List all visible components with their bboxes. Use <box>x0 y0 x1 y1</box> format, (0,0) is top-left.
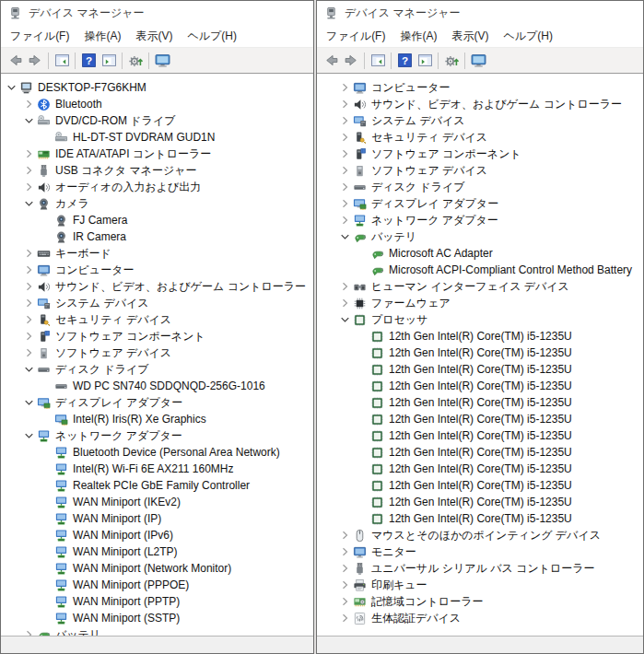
tree-item[interactable]: FJ Camera <box>1 212 313 228</box>
expander-collapsed-icon[interactable] <box>337 611 353 625</box>
tree-item[interactable]: WAN Miniport (PPPOE) <box>1 577 313 593</box>
tree-item[interactable]: セキュリティ デバイス <box>1 311 313 328</box>
menu-item-help[interactable]: ヘルプ(H) <box>496 26 560 47</box>
expander-expanded-icon[interactable] <box>4 80 19 95</box>
tree-item[interactable]: モニター <box>317 543 643 560</box>
tree-item[interactable]: ディスク ドライブ <box>317 179 643 195</box>
tree-item[interactable]: Realtek PCIe GbE Family Controller <box>1 477 313 494</box>
tree-item[interactable]: 12th Gen Intel(R) Core(TM) i5-1235U <box>317 427 643 444</box>
tree-item[interactable]: ディスク ドライブ <box>1 361 313 378</box>
tree-item[interactable]: WD PC SN740 SDDQNQD-256G-1016 <box>1 378 313 394</box>
tree-item[interactable]: 12th Gen Intel(R) Core(TM) i5-1235U <box>317 461 643 477</box>
expander-collapsed-icon[interactable] <box>337 180 353 194</box>
tree-item[interactable]: キーボード <box>1 245 313 262</box>
show-action-pane-button[interactable] <box>415 51 435 71</box>
tree-item[interactable]: ユニバーサル シリアル バス コントローラー <box>317 560 643 577</box>
tree-item[interactable]: Intel(R) Wi-Fi 6E AX211 160MHz <box>1 461 313 477</box>
show-action-pane-button[interactable] <box>99 51 119 71</box>
tree-item[interactable]: 12th Gen Intel(R) Core(TM) i5-1235U <box>317 444 643 461</box>
menu-item-view[interactable]: 表示(V) <box>128 26 180 47</box>
tree-item[interactable]: 12th Gen Intel(R) Core(TM) i5-1235U <box>317 494 643 510</box>
title-bar[interactable]: デバイス マネージャー <box>317 1 643 26</box>
computer-view-button[interactable] <box>152 51 172 71</box>
tree-item[interactable]: WAN Miniport (PPTP) <box>1 593 313 610</box>
menu-item-view[interactable]: 表示(V) <box>444 26 496 47</box>
tree-item[interactable]: ネットワーク アダプター <box>1 427 313 444</box>
tree-item[interactable]: ソフトウェア デバイス <box>317 162 643 179</box>
forward-button[interactable] <box>341 51 361 71</box>
menu-item-file[interactable]: ファイル(F) <box>3 26 76 47</box>
tree-item[interactable]: 12th Gen Intel(R) Core(TM) i5-1235U <box>317 345 643 361</box>
expander-collapsed-icon[interactable] <box>21 97 37 111</box>
tree-item[interactable]: ファームウェア <box>317 295 643 311</box>
expander-collapsed-icon[interactable] <box>21 246 37 261</box>
tree-item[interactable]: カメラ <box>1 195 313 212</box>
expander-collapsed-icon[interactable] <box>21 329 37 344</box>
menu-item-file[interactable]: ファイル(F) <box>319 26 392 47</box>
menu-item-action[interactable]: 操作(A) <box>76 26 128 47</box>
tree-item[interactable]: コンピューター <box>317 79 643 96</box>
tree-item[interactable]: ネットワーク アダプター <box>317 212 643 228</box>
tree-item[interactable]: 印刷キュー <box>317 577 643 593</box>
tree-item[interactable]: バッテリ <box>1 626 313 636</box>
expander-collapsed-icon[interactable] <box>21 163 37 178</box>
tree-item[interactable]: USB コネクタ マネージャー <box>1 162 313 179</box>
tree-item[interactable]: プロセッサ <box>317 311 643 328</box>
expander-collapsed-icon[interactable] <box>21 296 37 310</box>
help-button[interactable]: ? <box>78 51 99 71</box>
tree-item[interactable]: コンピューター <box>1 262 313 278</box>
title-bar[interactable]: デバイス マネージャー <box>1 1 313 26</box>
expander-collapsed-icon[interactable] <box>337 296 353 310</box>
forward-button[interactable] <box>25 51 45 71</box>
expander-collapsed-icon[interactable] <box>337 97 353 111</box>
tree-item[interactable]: 12th Gen Intel(R) Core(TM) i5-1235U <box>317 328 643 345</box>
expander-collapsed-icon[interactable] <box>21 312 37 327</box>
expander-collapsed-icon[interactable] <box>21 627 37 636</box>
expander-collapsed-icon[interactable] <box>337 113 353 128</box>
tree-item[interactable]: WAN Miniport (SSTP) <box>1 610 313 626</box>
tree-item[interactable]: ディスプレイ アダプター <box>317 195 643 212</box>
expander-collapsed-icon[interactable] <box>337 213 353 228</box>
tree-item[interactable]: DESKTOP-F7G6KHM <box>1 79 313 96</box>
expander-expanded-icon[interactable] <box>21 113 37 128</box>
expander-collapsed-icon[interactable] <box>21 146 37 161</box>
tree-item[interactable]: セキュリティ デバイス <box>317 129 643 146</box>
tree-item[interactable]: WAN Miniport (IKEv2) <box>1 494 313 510</box>
tree-item[interactable]: IDE ATA/ATAPI コントローラー <box>1 146 313 162</box>
expander-collapsed-icon[interactable] <box>21 345 37 360</box>
tree-item[interactable]: サウンド、ビデオ、およびゲーム コントローラー <box>317 96 643 112</box>
tree-item[interactable]: マウスとそのほかのポインティング デバイス <box>317 527 643 543</box>
tree-item[interactable]: 12th Gen Intel(R) Core(TM) i5-1235U <box>317 477 643 494</box>
tree-item[interactable]: IR Camera <box>1 228 313 245</box>
expander-collapsed-icon[interactable] <box>337 196 353 211</box>
tree-item[interactable]: システム デバイス <box>1 295 313 311</box>
tree-item[interactable]: Intel(R) Iris(R) Xe Graphics <box>1 411 313 427</box>
expander-expanded-icon[interactable] <box>337 312 353 327</box>
expander-expanded-icon[interactable] <box>21 196 37 211</box>
tree-item[interactable]: ソフトウェア デバイス <box>1 345 313 361</box>
tree-item[interactable]: DVD/CD-ROM ドライブ <box>1 112 313 129</box>
menu-item-help[interactable]: ヘルプ(H) <box>180 26 244 47</box>
tree-item[interactable]: システム デバイス <box>317 112 643 129</box>
expander-collapsed-icon[interactable] <box>337 130 353 145</box>
expander-collapsed-icon[interactable] <box>337 544 353 559</box>
tree-item[interactable]: Microsoft AC Adapter <box>317 245 643 262</box>
back-button[interactable] <box>5 51 25 71</box>
menu-item-action[interactable]: 操作(A) <box>392 26 444 47</box>
scan-hardware-changes-button[interactable] <box>125 51 146 71</box>
expander-collapsed-icon[interactable] <box>21 180 37 194</box>
scan-hardware-changes-button[interactable] <box>441 51 462 71</box>
computer-view-button[interactable] <box>468 51 488 71</box>
tree-item[interactable]: Bluetooth <box>1 96 313 112</box>
expander-collapsed-icon[interactable] <box>337 528 353 543</box>
tree-item[interactable]: WAN Miniport (Network Monitor) <box>1 560 313 577</box>
expander-collapsed-icon[interactable] <box>21 279 37 294</box>
show-console-tree-button[interactable] <box>52 51 72 71</box>
expander-collapsed-icon[interactable] <box>337 561 353 576</box>
help-button[interactable]: ? <box>394 51 415 71</box>
tree-item[interactable]: Bluetooth Device (Personal Area Network) <box>1 444 313 461</box>
tree-item[interactable]: バッテリ <box>317 228 643 245</box>
expander-collapsed-icon[interactable] <box>337 594 353 609</box>
tree-item[interactable]: ソフトウェア コンポーネント <box>317 146 643 162</box>
tree-item[interactable]: 12th Gen Intel(R) Core(TM) i5-1235U <box>317 510 643 527</box>
